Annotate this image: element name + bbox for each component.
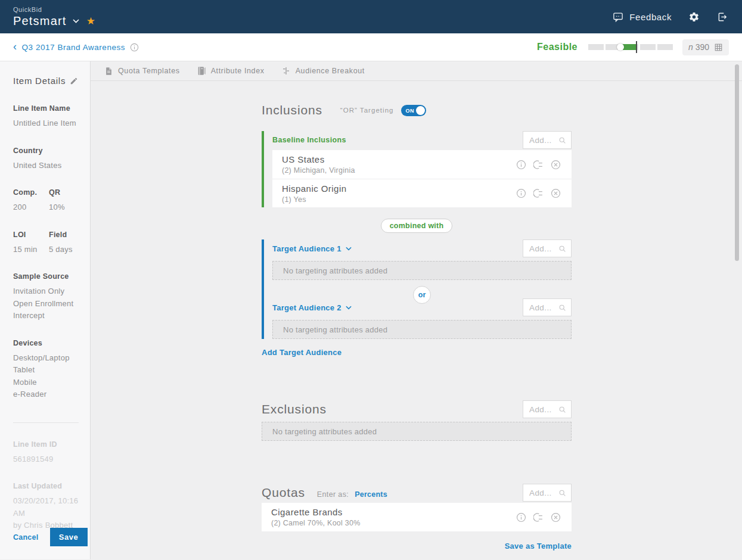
account-switcher[interactable]: Petsmart ★: [13, 14, 95, 28]
search-icon: [558, 489, 566, 497]
body-row: Item Details Line Item Name Untitled Lin…: [0, 61, 742, 559]
field-sample-source: Sample Source Invitation Only Open Enrol…: [13, 272, 90, 322]
search-icon: [558, 136, 566, 144]
quota-detail: (2) Camel 70%, Kool 30%: [271, 519, 361, 527]
item-details-sidebar: Item Details Line Item Name Untitled Lin…: [0, 61, 91, 559]
feedback-bubble-icon: [612, 11, 624, 23]
gauge-segment: [588, 44, 604, 50]
quota-name: Cigarette Brands: [271, 507, 361, 517]
toolbar-audience-breakout[interactable]: Audience Breakout: [281, 66, 365, 76]
field-line-item-name: Line Item Name Untitled Line Item: [13, 104, 90, 130]
audience1-add-search[interactable]: [523, 239, 572, 257]
sample-size-box[interactable]: n 390: [682, 39, 729, 55]
add-target-audience-link[interactable]: Add Target Audience: [262, 348, 341, 357]
sidebar-actions: Cancel Save: [13, 528, 88, 546]
enter-as-percents-link[interactable]: Percents: [355, 490, 387, 499]
target-audience-2-label: Target Audience 2: [272, 303, 341, 312]
back-chevron-icon: ‹: [13, 41, 17, 53]
or-targeting-label: “OR” Targeting: [340, 107, 394, 114]
main-content: Quota Templates Attribute Index Audience…: [91, 61, 742, 559]
device-value: Desktop/Laptop: [13, 352, 90, 365]
device-value: Tablet: [13, 364, 90, 377]
favorite-star-icon[interactable]: ★: [86, 16, 95, 26]
toolbar-attribute-index[interactable]: Attribute Index: [197, 66, 265, 76]
cancel-button[interactable]: Cancel: [13, 533, 39, 542]
document-icon: [104, 67, 113, 76]
toolbar-quota-templates[interactable]: Quota Templates: [104, 67, 180, 76]
baseline-add-input[interactable]: [529, 136, 558, 145]
exclusions-add-input[interactable]: [529, 405, 558, 414]
gauge-segment: [657, 44, 673, 50]
audience2-empty-state: No targeting attributes added: [272, 320, 572, 339]
baseline-inclusions-group: Baseline Inclusions US States: [262, 131, 572, 207]
grid-icon: [714, 43, 723, 52]
quotas-add-input[interactable]: [529, 489, 558, 497]
combined-with-pill: combined with: [381, 219, 453, 233]
audience1-add-input[interactable]: [529, 244, 558, 253]
device-value: e-Reader: [13, 388, 90, 401]
top-navbar: QuickBid Petsmart ★ Feedback: [0, 0, 742, 33]
remove-x-icon[interactable]: [551, 160, 561, 170]
quotas-section: Quotas Enter as: Percents: [262, 484, 572, 551]
attribute-row: Hispanic Origin (1) Yes: [272, 179, 572, 207]
field-last-updated: Last Updated 03/20/2017, 10:16 AM by Chr…: [13, 482, 90, 532]
feasibility-gauge: [588, 44, 673, 50]
feasibility-area: Feasible n 390: [537, 39, 729, 55]
feasibility-status: Feasible: [537, 42, 578, 52]
exclusions-title: Exclusions: [262, 402, 327, 416]
or-targeting-toggle[interactable]: ON: [401, 105, 426, 116]
sign-out-icon[interactable]: [716, 11, 728, 23]
edit-pencil-icon[interactable]: [70, 77, 78, 85]
info-icon[interactable]: [516, 188, 526, 198]
field-comp-qr: Comp. 200 QR 10%: [13, 188, 90, 214]
enter-as-label: Enter as:: [317, 490, 349, 499]
quota-list-icon[interactable]: [533, 188, 544, 198]
app-root: QuickBid Petsmart ★ Feedback: [0, 0, 742, 560]
info-icon[interactable]: [130, 43, 139, 52]
quota-list-icon[interactable]: [533, 160, 544, 170]
info-icon[interactable]: [516, 512, 526, 522]
sample-source-value: Open Enrollment: [13, 298, 90, 310]
baseline-inclusions-title: Baseline Inclusions: [272, 136, 346, 144]
target-audience-2-dropdown[interactable]: Target Audience 2: [272, 303, 352, 312]
save-button[interactable]: Save: [50, 528, 88, 546]
field-line-item-id: Line Item ID 561891549: [13, 440, 90, 466]
quotas-add-search[interactable]: [523, 484, 572, 502]
target-audience-1-dropdown[interactable]: Target Audience 1: [272, 244, 352, 253]
field-country: Country United States: [13, 147, 90, 172]
brand-block: QuickBid Petsmart ★: [13, 6, 95, 28]
account-name: Petsmart: [13, 14, 67, 28]
toggle-knob: [416, 106, 425, 115]
inclusions-title: Inclusions: [262, 103, 322, 117]
page-header: ‹ Q3 2017 Brand Awareness Feasible: [0, 33, 742, 61]
toolbar-item-label: Quota Templates: [118, 67, 180, 75]
quota-list: Cigarette Brands (2) Camel 70%, Kool 30%: [262, 503, 572, 531]
info-icon[interactable]: [516, 160, 526, 170]
settings-gear-icon[interactable]: [688, 11, 700, 23]
remove-x-icon[interactable]: [551, 512, 561, 522]
field-loi-field: LOI 15 min Field 5 days: [13, 231, 90, 256]
inclusions-header: Inclusions “OR” Targeting ON: [262, 103, 572, 117]
save-as-template-link[interactable]: Save as Template: [505, 542, 572, 550]
app-name: QuickBid: [13, 6, 95, 13]
toolbar-item-label: Audience Breakout: [296, 67, 365, 75]
feedback-button[interactable]: Feedback: [612, 11, 672, 23]
combined-with-row: combined with: [262, 207, 572, 233]
topbar-actions: Feedback: [612, 11, 728, 23]
exclusions-section: Exclusions No targeting attributes added: [262, 400, 572, 441]
or-pill: or: [413, 286, 431, 304]
remove-x-icon[interactable]: [551, 188, 561, 198]
quota-list-icon[interactable]: [533, 512, 544, 522]
search-icon: [558, 245, 566, 253]
chevron-down-icon: [73, 19, 79, 23]
exclusions-add-search[interactable]: [523, 400, 572, 418]
audience2-add-input[interactable]: [529, 303, 558, 312]
scrollbar-thumb[interactable]: [735, 64, 739, 261]
baseline-add-search[interactable]: [523, 131, 572, 149]
gauge-marker-dot: [617, 43, 624, 51]
attribute-name: Hispanic Origin: [282, 183, 346, 194]
breadcrumb[interactable]: ‹ Q3 2017 Brand Awareness: [13, 41, 139, 53]
gauge-segment: [640, 44, 656, 50]
search-icon: [558, 304, 566, 312]
quota-row: Cigarette Brands (2) Camel 70%, Kool 30%: [262, 503, 572, 531]
